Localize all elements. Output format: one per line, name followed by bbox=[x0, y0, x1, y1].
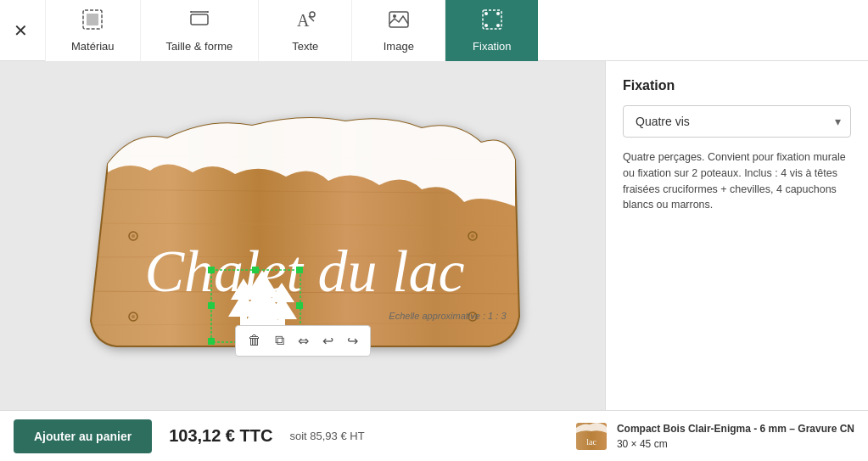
svg-point-8 bbox=[310, 12, 315, 17]
fixation-select[interactable]: Deux vis Quatre vis Colle Chevilles seul… bbox=[623, 105, 851, 138]
taille-icon bbox=[188, 8, 211, 35]
tab-taille[interactable]: Taille & forme bbox=[140, 0, 259, 61]
tab-image-label: Image bbox=[384, 40, 414, 53]
sign-toolbar: 🗑 ⧉ ⇔ ↩ ↪ bbox=[235, 325, 371, 357]
svg-rect-1 bbox=[87, 14, 98, 25]
tab-texte[interactable]: A Texte bbox=[258, 0, 351, 61]
right-panel: Fixation Deux vis Quatre vis Colle Chevi… bbox=[605, 61, 868, 410]
product-size: 30 × 45 cm bbox=[617, 436, 854, 452]
tab-materiau[interactable]: Matériau bbox=[45, 0, 140, 61]
materiau-icon bbox=[81, 8, 104, 35]
tab-fixation-label: Fixation bbox=[473, 40, 512, 53]
price-ttc: 103,12 € TTC bbox=[169, 426, 272, 446]
svg-point-13 bbox=[496, 12, 500, 15]
tab-bar: Matériau Taille & forme A Te bbox=[45, 0, 868, 61]
svg-point-26 bbox=[471, 234, 474, 238]
footer: Ajouter au panier 103,12 € TTC soit 85,9… bbox=[0, 410, 868, 461]
svg-point-10 bbox=[393, 14, 396, 18]
product-name: Compact Bois Clair-Enigma - 6 mm – Gravu… bbox=[617, 421, 854, 436]
svg-text:A: A bbox=[297, 11, 310, 30]
fixation-description: Quatre perçages. Convient pour fixation … bbox=[623, 149, 851, 213]
tab-texte-label: Texte bbox=[292, 40, 318, 53]
texte-icon: A bbox=[294, 8, 317, 35]
add-to-cart-button[interactable]: Ajouter au panier bbox=[14, 419, 152, 453]
delete-button[interactable]: 🗑 bbox=[243, 329, 266, 352]
product-info: lac Compact Bois Clair-Enigma - 6 mm – G… bbox=[574, 419, 854, 453]
svg-rect-50 bbox=[296, 302, 303, 309]
close-button[interactable]: ✕ bbox=[14, 22, 28, 39]
svg-point-28 bbox=[132, 315, 135, 318]
tab-image[interactable]: Image bbox=[351, 0, 445, 61]
tab-fixation[interactable]: Fixation bbox=[445, 0, 538, 61]
price-ht: soit 85,93 € HT bbox=[289, 430, 364, 442]
sign-preview: Chalet du lac bbox=[82, 100, 524, 372]
svg-point-24 bbox=[132, 234, 135, 238]
svg-text:lac: lac bbox=[586, 437, 596, 447]
tab-materiau-label: Matériau bbox=[71, 40, 115, 53]
fixation-icon bbox=[480, 8, 504, 35]
svg-rect-47 bbox=[252, 267, 259, 273]
svg-rect-43 bbox=[208, 267, 215, 273]
svg-rect-44 bbox=[296, 267, 303, 273]
fixation-select-wrapper: Deux vis Quatre vis Colle Chevilles seul… bbox=[623, 105, 851, 138]
svg-point-12 bbox=[484, 12, 488, 15]
svg-text:Chalet du lac: Chalet du lac bbox=[144, 239, 464, 304]
redo-button[interactable]: ↪ bbox=[342, 329, 363, 352]
image-icon bbox=[387, 8, 411, 35]
undo-button[interactable]: ↩ bbox=[317, 329, 339, 352]
svg-point-14 bbox=[484, 24, 488, 27]
panel-title: Fixation bbox=[623, 78, 851, 93]
resize-button[interactable]: ⇔ bbox=[293, 329, 314, 352]
product-thumbnail-icon: lac bbox=[574, 419, 608, 453]
product-details: Compact Bois Clair-Enigma - 6 mm – Gravu… bbox=[617, 421, 854, 452]
svg-rect-2 bbox=[191, 14, 208, 25]
scale-label: Echelle approximative : 1 : 3 bbox=[389, 311, 506, 321]
svg-rect-49 bbox=[208, 302, 215, 309]
svg-point-15 bbox=[496, 24, 500, 27]
header: ✕ Matériau Taille & forme bbox=[0, 0, 868, 61]
duplicate-button[interactable]: ⧉ bbox=[270, 329, 289, 352]
svg-rect-45 bbox=[208, 338, 215, 345]
main-content: Chalet du lac bbox=[0, 61, 868, 410]
canvas-area: Chalet du lac bbox=[0, 61, 605, 410]
tab-taille-label: Taille & forme bbox=[166, 40, 233, 53]
